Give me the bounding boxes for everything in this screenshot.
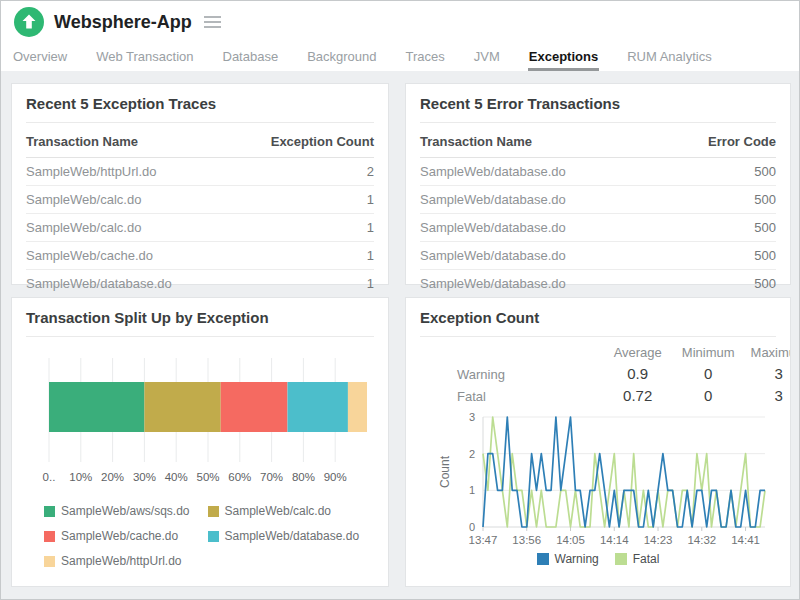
transaction-name-cell[interactable]: SampleWeb/database.do bbox=[420, 242, 663, 270]
tab-bar: OverviewWeb TransactionDatabaseBackgroun… bbox=[1, 43, 799, 71]
x-axis-label: 14:05 bbox=[556, 534, 585, 546]
exception-stats-table: AverageMinimumMaximumWarning0.903Fatal0.… bbox=[420, 341, 791, 407]
legend-label: SampleWeb/calc.do bbox=[225, 504, 332, 518]
stat-value: 0.72 bbox=[602, 385, 673, 407]
tab-background[interactable]: Background bbox=[306, 46, 377, 71]
legend-item[interactable]: SampleWeb/aws/sqs.do bbox=[44, 504, 190, 518]
transaction-name-cell[interactable]: SampleWeb/database.do bbox=[420, 186, 663, 214]
x-axis-label: 40% bbox=[165, 471, 188, 483]
transaction-name-cell[interactable]: SampleWeb/calc.do bbox=[26, 214, 230, 242]
bar-segment[interactable] bbox=[221, 382, 288, 432]
y-axis-title: Count bbox=[438, 455, 452, 488]
stacked-bar-chart[interactable]: 0..10%20%30%40%50%60%70%80%90% bbox=[25, 350, 383, 490]
legend-swatch-icon bbox=[615, 553, 627, 565]
bar-segment[interactable] bbox=[348, 382, 367, 432]
transaction-name-cell[interactable]: SampleWeb/calc.do bbox=[26, 186, 230, 214]
table-row[interactable]: SampleWeb/database.do500 bbox=[420, 242, 776, 270]
panel-title: Exception Count bbox=[420, 298, 776, 337]
exception-count-line-chart[interactable]: 0123Count13:4713:5614:0514:1414:2314:321… bbox=[419, 409, 777, 549]
transaction-name-cell[interactable]: SampleWeb/cache.do bbox=[26, 242, 230, 270]
x-axis-label: 14:41 bbox=[731, 534, 760, 546]
x-axis-label: 80% bbox=[292, 471, 315, 483]
legend-item[interactable]: SampleWeb/database.do bbox=[208, 529, 360, 543]
app-title: Websphere-App bbox=[54, 12, 192, 33]
legend-label: Warning bbox=[555, 552, 599, 566]
table-row[interactable]: SampleWeb/httpUrl.do2 bbox=[26, 158, 374, 186]
tab-web-transaction[interactable]: Web Transaction bbox=[95, 46, 194, 71]
transaction-name-cell[interactable]: SampleWeb/httpUrl.do bbox=[26, 158, 230, 186]
legend-item[interactable]: Warning bbox=[537, 552, 599, 566]
legend-item[interactable]: SampleWeb/httpUrl.do bbox=[44, 554, 190, 568]
bar-segment[interactable] bbox=[288, 382, 348, 432]
exception-traces-table: Transaction NameException CountSampleWeb… bbox=[26, 125, 374, 298]
panel-exception-count: Exception Count AverageMinimumMaximumWar… bbox=[405, 297, 791, 587]
column-header: Exception Count bbox=[230, 125, 374, 158]
bar-segment[interactable] bbox=[144, 382, 220, 432]
error-transactions-table: Transaction NameError CodeSampleWeb/data… bbox=[420, 125, 776, 298]
column-header: Transaction Name bbox=[26, 125, 230, 158]
tab-overview[interactable]: Overview bbox=[12, 46, 68, 71]
value-cell: 1 bbox=[230, 214, 374, 242]
line-chart-legend: WarningFatal bbox=[406, 552, 790, 566]
panel-error-transactions: Recent 5 Error Transactions Transaction … bbox=[405, 83, 791, 285]
value-cell: 1 bbox=[230, 270, 374, 298]
tab-exceptions[interactable]: Exceptions bbox=[528, 46, 599, 71]
table-row[interactable]: SampleWeb/cache.do1 bbox=[26, 242, 374, 270]
legend-swatch-icon bbox=[208, 506, 219, 517]
panel-transaction-split: Transaction Split Up by Exception 0..10%… bbox=[11, 297, 389, 587]
legend-swatch-icon bbox=[208, 531, 219, 542]
transaction-name-cell[interactable]: SampleWeb/database.do bbox=[420, 270, 663, 298]
table-row[interactable]: SampleWeb/calc.do1 bbox=[26, 214, 374, 242]
value-cell: 500 bbox=[663, 186, 776, 214]
stats-column-header: Maximum bbox=[743, 341, 791, 363]
table-row[interactable]: SampleWeb/database.do500 bbox=[420, 158, 776, 186]
stats-column-header: Minimum bbox=[673, 341, 744, 363]
table-row[interactable]: SampleWeb/database.do500 bbox=[420, 214, 776, 242]
bar-chart-legend: SampleWeb/aws/sqs.doSampleWeb/calc.doSam… bbox=[44, 504, 388, 568]
x-axis-label: 50% bbox=[196, 471, 219, 483]
app-window: Websphere-App OverviewWeb TransactionDat… bbox=[0, 0, 800, 600]
series-label: Warning bbox=[420, 363, 602, 385]
panel-title: Transaction Split Up by Exception bbox=[26, 298, 374, 337]
x-axis-label: 60% bbox=[228, 471, 251, 483]
transaction-name-cell[interactable]: SampleWeb/database.do bbox=[420, 158, 663, 186]
tab-traces[interactable]: Traces bbox=[405, 46, 446, 71]
y-axis-tick-label: 0 bbox=[469, 521, 475, 533]
bar-segment[interactable] bbox=[49, 382, 144, 432]
stats-column-header: Average bbox=[602, 341, 673, 363]
up-arrow-icon bbox=[14, 7, 44, 37]
table-row[interactable]: SampleWeb/database.do1 bbox=[26, 270, 374, 298]
hamburger-menu-icon[interactable] bbox=[204, 16, 221, 28]
legend-swatch-icon bbox=[537, 553, 549, 565]
column-header: Error Code bbox=[663, 125, 776, 158]
tab-rum-analytics[interactable]: RUM Analytics bbox=[626, 46, 713, 71]
legend-swatch-icon bbox=[44, 506, 55, 517]
y-axis-tick-label: 2 bbox=[469, 448, 475, 460]
stats-row: Warning0.903 bbox=[420, 363, 791, 385]
y-axis-tick-label: 1 bbox=[469, 484, 475, 496]
table-row[interactable]: SampleWeb/database.do500 bbox=[420, 270, 776, 298]
value-cell: 500 bbox=[663, 242, 776, 270]
series-line-fatal bbox=[483, 417, 765, 527]
legend-item[interactable]: Fatal bbox=[615, 552, 660, 566]
tab-jvm[interactable]: JVM bbox=[473, 46, 501, 71]
table-row[interactable]: SampleWeb/calc.do1 bbox=[26, 186, 374, 214]
transaction-name-cell[interactable]: SampleWeb/database.do bbox=[420, 214, 663, 242]
panel-title: Recent 5 Exception Traces bbox=[26, 84, 374, 123]
transaction-name-cell[interactable]: SampleWeb/database.do bbox=[26, 270, 230, 298]
stats-corner-cell bbox=[420, 341, 602, 363]
x-axis-label: 70% bbox=[260, 471, 283, 483]
dashboard-content: Recent 5 Exception Traces Transaction Na… bbox=[1, 71, 799, 599]
legend-label: SampleWeb/aws/sqs.do bbox=[61, 504, 190, 518]
legend-item[interactable]: SampleWeb/cache.do bbox=[44, 529, 190, 543]
table-row[interactable]: SampleWeb/database.do500 bbox=[420, 186, 776, 214]
y-axis-tick-label: 3 bbox=[469, 411, 475, 423]
panel-title: Recent 5 Error Transactions bbox=[420, 84, 776, 123]
value-cell: 1 bbox=[230, 186, 374, 214]
stat-value: 0 bbox=[673, 385, 744, 407]
x-axis-label: 14:14 bbox=[600, 534, 629, 546]
legend-item[interactable]: SampleWeb/calc.do bbox=[208, 504, 360, 518]
x-axis-label: 13:47 bbox=[469, 534, 498, 546]
tab-database[interactable]: Database bbox=[222, 46, 280, 71]
legend-swatch-icon bbox=[44, 556, 55, 567]
